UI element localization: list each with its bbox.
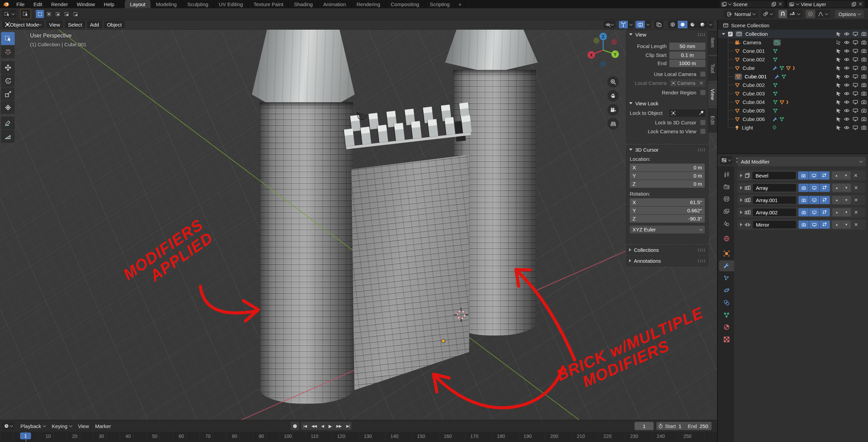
move-modifier-up-button[interactable]: ▲ xyxy=(832,171,841,180)
cursor-rot-x[interactable]: X61.5° xyxy=(630,198,705,206)
tool-annotate-button[interactable] xyxy=(1,117,15,129)
outliner-row-cube.003[interactable]: Cube.003 xyxy=(718,89,868,98)
sidebar-tab-item[interactable]: Item xyxy=(708,31,717,55)
cursor-rot-z[interactable]: Z-90.3° xyxy=(630,215,705,223)
modifier-row-array.001[interactable]: Array.001▲▼✕ xyxy=(737,195,866,205)
topbar-menu-help[interactable]: Help xyxy=(100,0,119,8)
hide-eye-icon[interactable] xyxy=(844,40,850,45)
workspace-tab-scripting[interactable]: Scripting xyxy=(425,0,455,8)
move-modifier-down-button[interactable]: ▼ xyxy=(842,196,851,204)
hide-eye-icon[interactable] xyxy=(844,108,850,113)
unlink-scene-icon[interactable]: ✕ xyxy=(778,1,782,7)
gizmo-dropdown[interactable] xyxy=(628,21,634,28)
current-frame-marker[interactable]: 1 xyxy=(20,432,31,439)
workspace-tab-compositing[interactable]: Compositing xyxy=(386,0,425,8)
tool-measure-button[interactable] xyxy=(1,130,15,143)
properties-tab-render[interactable] xyxy=(719,181,734,192)
modifier-row-array[interactable]: Array▲▼✕ xyxy=(737,183,866,193)
viewport-display-icon[interactable] xyxy=(853,91,858,96)
jump-to-end-button[interactable]: ▶| xyxy=(344,424,352,428)
render-camera-icon[interactable] xyxy=(861,100,867,104)
collection-checkbox[interactable]: ✓ xyxy=(728,32,733,36)
topbar-menu-window[interactable]: Window xyxy=(72,0,99,8)
viewport-display-icon[interactable] xyxy=(853,74,858,79)
selectable-arrow-icon[interactable] xyxy=(836,117,841,122)
properties-tab-output[interactable] xyxy=(719,194,734,204)
viewport-display-icon[interactable] xyxy=(853,125,858,130)
record-button[interactable] xyxy=(291,422,299,430)
outliner-row-cube.006[interactable]: Cube.006 xyxy=(718,115,868,123)
clip-start-field[interactable]: 0.1 m xyxy=(669,51,705,59)
timeline-ruler[interactable]: 1102030405060708090100110120130140150160… xyxy=(0,432,717,442)
timeline-menu-keying[interactable]: Keying xyxy=(49,422,75,430)
properties-tab-scene[interactable] xyxy=(719,218,734,229)
expand-modifier-icon[interactable] xyxy=(740,198,742,202)
render-camera-icon[interactable] xyxy=(861,91,867,96)
pivot-point-dropdown[interactable] xyxy=(761,10,775,18)
pan-button[interactable] xyxy=(607,90,619,102)
topbar-menu-render[interactable]: Render xyxy=(47,0,72,8)
cursor-panel-header[interactable]: 3D Cursor xyxy=(626,145,708,154)
workspace-tab-texture-paint[interactable]: Texture Paint xyxy=(248,0,289,8)
viewport-display-icon[interactable] xyxy=(853,108,858,113)
timeline-editor-type-dropdown[interactable] xyxy=(2,422,15,430)
shading-rendered-button[interactable] xyxy=(698,21,707,28)
viewport-menu-add[interactable]: Add xyxy=(87,21,102,28)
navigation-gizmo[interactable]: Z X Y xyxy=(581,32,625,73)
new-scene-icon[interactable] xyxy=(772,2,776,6)
render-camera-icon[interactable] xyxy=(861,66,867,70)
render-camera-icon[interactable] xyxy=(861,32,867,36)
view-panel-header[interactable]: View xyxy=(626,30,708,39)
modifier-name-field[interactable]: Mirror xyxy=(753,221,796,228)
xray-toggle[interactable] xyxy=(654,21,664,28)
select-intersect-button[interactable] xyxy=(71,10,79,18)
show-gizmo-toggle[interactable] xyxy=(619,21,628,28)
selectable-arrow-icon[interactable] xyxy=(836,91,841,96)
selectable-arrow-icon[interactable] xyxy=(836,125,841,130)
select-set-button[interactable] xyxy=(36,10,44,18)
hide-eye-icon[interactable] xyxy=(844,57,850,62)
hide-eye-icon[interactable] xyxy=(844,125,850,130)
workspace-tab-animation[interactable]: Animation xyxy=(318,0,352,8)
tool-select-box-button[interactable] xyxy=(1,32,15,45)
editmode-toggle[interactable] xyxy=(819,171,829,180)
outliner-row-cube.004[interactable]: Cube.004 xyxy=(718,98,868,106)
workspace-tab-rendering[interactable]: Rendering xyxy=(351,0,385,8)
modifier-row-array.002[interactable]: Array.002▲▼✕ xyxy=(737,207,866,217)
move-modifier-down-button[interactable]: ▼ xyxy=(841,171,851,180)
selectable-arrow-icon[interactable] xyxy=(836,49,841,54)
properties-tab-physics[interactable] xyxy=(719,285,734,296)
viewport-display-icon[interactable] xyxy=(853,40,858,45)
local-camera-field[interactable]: Camera✕ xyxy=(669,79,705,87)
start-value[interactable]: 1 xyxy=(679,423,685,429)
view-layer-name[interactable]: View Layer xyxy=(801,1,850,7)
move-modifier-up-button[interactable]: ▲ xyxy=(832,208,841,216)
modifier-name-field[interactable]: Array.001 xyxy=(753,196,796,204)
select-extend-button[interactable] xyxy=(45,10,53,18)
shading-wireframe-button[interactable] xyxy=(668,21,677,28)
outliner-row-cube.005[interactable]: Cube.005 xyxy=(718,106,868,115)
mode-dropdown[interactable]: Object Mode xyxy=(2,21,44,28)
active-tool-button[interactable] xyxy=(20,9,31,19)
focal-length-field[interactable]: 50 mm xyxy=(669,43,705,50)
hide-eye-icon[interactable] xyxy=(844,49,850,53)
rotation-mode-dropdown[interactable]: XYZ Euler xyxy=(630,226,705,233)
properties-tab-world[interactable] xyxy=(719,233,734,244)
properties-tab-modifiers[interactable] xyxy=(719,260,734,271)
options-dropdown[interactable]: Options xyxy=(835,10,864,18)
viewport-display-icon[interactable] xyxy=(853,100,858,104)
collections-panel[interactable]: Collections xyxy=(626,245,708,255)
overlays-dropdown[interactable] xyxy=(645,21,651,28)
hide-eye-icon[interactable] xyxy=(844,32,850,36)
properties-editor-type-dropdown[interactable] xyxy=(720,156,732,164)
tool-rotate-button[interactable] xyxy=(1,74,15,87)
move-modifier-up-button[interactable]: ▲ xyxy=(832,184,841,192)
shading-dropdown[interactable] xyxy=(708,21,714,28)
blender-logo-icon[interactable] xyxy=(3,2,9,7)
render-camera-icon[interactable] xyxy=(861,125,867,130)
viewport-display-icon[interactable] xyxy=(853,57,858,62)
add-modifier-dropdown[interactable]: Add Modifier xyxy=(737,157,866,166)
workspace-tab-uv-editing[interactable]: UV Editing xyxy=(214,0,248,8)
object-visibility-dropdown[interactable] xyxy=(604,21,615,28)
render-toggle[interactable] xyxy=(798,208,809,216)
